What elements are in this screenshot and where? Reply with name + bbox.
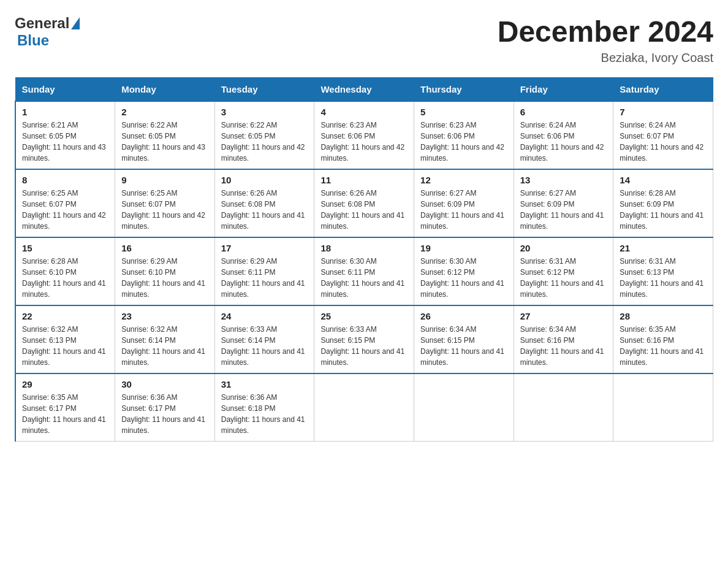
calendar-week-1: 1Sunrise: 6:21 AMSunset: 6:05 PMDaylight… bbox=[15, 101, 713, 169]
day-info: Sunrise: 6:26 AMSunset: 6:08 PMDaylight:… bbox=[320, 188, 408, 232]
day-info: Sunrise: 6:26 AMSunset: 6:08 PMDaylight:… bbox=[221, 188, 308, 232]
calendar-cell: 19Sunrise: 6:30 AMSunset: 6:12 PMDayligh… bbox=[414, 237, 514, 305]
calendar-cell bbox=[613, 373, 713, 442]
day-info: Sunrise: 6:32 AMSunset: 6:13 PMDaylight:… bbox=[22, 324, 108, 368]
logo-general-text: General bbox=[15, 15, 69, 32]
day-info: Sunrise: 6:24 AMSunset: 6:07 PMDaylight:… bbox=[620, 120, 707, 164]
day-number: 27 bbox=[520, 311, 607, 321]
calendar-cell: 25Sunrise: 6:33 AMSunset: 6:15 PMDayligh… bbox=[314, 305, 414, 373]
day-number: 25 bbox=[320, 311, 408, 321]
calendar-cell: 10Sunrise: 6:26 AMSunset: 6:08 PMDayligh… bbox=[214, 169, 314, 237]
calendar-cell: 20Sunrise: 6:31 AMSunset: 6:12 PMDayligh… bbox=[514, 237, 613, 305]
title-area: December 2024 Beziaka, Ivory Coast bbox=[498, 15, 713, 65]
calendar-cell bbox=[314, 373, 414, 442]
logo: General Blue bbox=[15, 15, 80, 49]
calendar-cell: 2Sunrise: 6:22 AMSunset: 6:05 PMDaylight… bbox=[115, 101, 215, 169]
day-info: Sunrise: 6:30 AMSunset: 6:11 PMDaylight:… bbox=[320, 256, 408, 300]
calendar-cell: 31Sunrise: 6:36 AMSunset: 6:18 PMDayligh… bbox=[214, 373, 314, 442]
calendar-cell: 4Sunrise: 6:23 AMSunset: 6:06 PMDaylight… bbox=[314, 101, 414, 169]
calendar-header-row: SundayMondayTuesdayWednesdayThursdayFrid… bbox=[15, 78, 713, 102]
calendar-cell: 8Sunrise: 6:25 AMSunset: 6:07 PMDaylight… bbox=[15, 169, 115, 237]
day-number: 13 bbox=[520, 175, 607, 185]
day-number: 16 bbox=[121, 243, 208, 253]
day-info: Sunrise: 6:32 AMSunset: 6:14 PMDaylight:… bbox=[121, 324, 208, 368]
day-info: Sunrise: 6:27 AMSunset: 6:09 PMDaylight:… bbox=[420, 188, 507, 232]
day-number: 26 bbox=[420, 311, 507, 321]
col-header-sunday: Sunday bbox=[15, 78, 115, 102]
calendar-cell: 26Sunrise: 6:34 AMSunset: 6:15 PMDayligh… bbox=[414, 305, 514, 373]
calendar-cell: 5Sunrise: 6:23 AMSunset: 6:06 PMDaylight… bbox=[414, 101, 514, 169]
day-info: Sunrise: 6:35 AMSunset: 6:16 PMDaylight:… bbox=[620, 324, 707, 368]
day-number: 9 bbox=[121, 175, 208, 185]
day-number: 31 bbox=[221, 379, 308, 389]
calendar-cell: 28Sunrise: 6:35 AMSunset: 6:16 PMDayligh… bbox=[613, 305, 713, 373]
col-header-monday: Monday bbox=[115, 78, 215, 102]
page-header: General Blue December 2024 Beziaka, Ivor… bbox=[15, 15, 713, 65]
day-number: 2 bbox=[121, 107, 208, 117]
calendar-cell: 27Sunrise: 6:34 AMSunset: 6:16 PMDayligh… bbox=[514, 305, 613, 373]
calendar-week-4: 22Sunrise: 6:32 AMSunset: 6:13 PMDayligh… bbox=[15, 305, 713, 373]
day-info: Sunrise: 6:25 AMSunset: 6:07 PMDaylight:… bbox=[22, 188, 108, 232]
day-info: Sunrise: 6:30 AMSunset: 6:12 PMDaylight:… bbox=[420, 256, 507, 300]
day-info: Sunrise: 6:34 AMSunset: 6:16 PMDaylight:… bbox=[520, 324, 607, 368]
calendar-cell: 16Sunrise: 6:29 AMSunset: 6:10 PMDayligh… bbox=[115, 237, 215, 305]
day-info: Sunrise: 6:34 AMSunset: 6:15 PMDaylight:… bbox=[420, 324, 507, 368]
day-info: Sunrise: 6:23 AMSunset: 6:06 PMDaylight:… bbox=[420, 120, 507, 164]
day-info: Sunrise: 6:28 AMSunset: 6:10 PMDaylight:… bbox=[22, 256, 108, 300]
calendar-table: SundayMondayTuesdayWednesdayThursdayFrid… bbox=[15, 77, 713, 442]
day-info: Sunrise: 6:33 AMSunset: 6:15 PMDaylight:… bbox=[320, 324, 408, 368]
day-number: 10 bbox=[221, 175, 308, 185]
calendar-cell: 11Sunrise: 6:26 AMSunset: 6:08 PMDayligh… bbox=[314, 169, 414, 237]
day-number: 23 bbox=[121, 311, 208, 321]
day-info: Sunrise: 6:36 AMSunset: 6:18 PMDaylight:… bbox=[221, 392, 308, 436]
day-number: 18 bbox=[320, 243, 408, 253]
day-info: Sunrise: 6:29 AMSunset: 6:10 PMDaylight:… bbox=[121, 256, 208, 300]
day-info: Sunrise: 6:29 AMSunset: 6:11 PMDaylight:… bbox=[221, 256, 308, 300]
calendar-cell: 17Sunrise: 6:29 AMSunset: 6:11 PMDayligh… bbox=[214, 237, 314, 305]
day-info: Sunrise: 6:31 AMSunset: 6:13 PMDaylight:… bbox=[620, 256, 707, 300]
day-number: 1 bbox=[22, 107, 108, 117]
day-number: 7 bbox=[620, 107, 707, 117]
col-header-saturday: Saturday bbox=[613, 78, 713, 102]
calendar-cell: 14Sunrise: 6:28 AMSunset: 6:09 PMDayligh… bbox=[613, 169, 713, 237]
col-header-thursday: Thursday bbox=[414, 78, 514, 102]
calendar-week-2: 8Sunrise: 6:25 AMSunset: 6:07 PMDaylight… bbox=[15, 169, 713, 237]
day-info: Sunrise: 6:36 AMSunset: 6:17 PMDaylight:… bbox=[121, 392, 208, 436]
calendar-cell bbox=[514, 373, 613, 442]
day-number: 14 bbox=[620, 175, 707, 185]
calendar-cell: 1Sunrise: 6:21 AMSunset: 6:05 PMDaylight… bbox=[15, 101, 115, 169]
day-number: 29 bbox=[22, 379, 108, 389]
day-info: Sunrise: 6:31 AMSunset: 6:12 PMDaylight:… bbox=[520, 256, 607, 300]
month-title: December 2024 bbox=[498, 15, 713, 48]
day-number: 4 bbox=[320, 107, 408, 117]
calendar-cell: 15Sunrise: 6:28 AMSunset: 6:10 PMDayligh… bbox=[15, 237, 115, 305]
location: Beziaka, Ivory Coast bbox=[498, 51, 713, 65]
logo-blue-text: Blue bbox=[17, 32, 49, 48]
day-info: Sunrise: 6:24 AMSunset: 6:06 PMDaylight:… bbox=[520, 120, 607, 164]
calendar-week-5: 29Sunrise: 6:35 AMSunset: 6:17 PMDayligh… bbox=[15, 373, 713, 442]
day-info: Sunrise: 6:25 AMSunset: 6:07 PMDaylight:… bbox=[121, 188, 208, 232]
col-header-friday: Friday bbox=[514, 78, 613, 102]
day-number: 28 bbox=[620, 311, 707, 321]
day-number: 8 bbox=[22, 175, 108, 185]
day-info: Sunrise: 6:35 AMSunset: 6:17 PMDaylight:… bbox=[22, 392, 108, 436]
day-number: 24 bbox=[221, 311, 308, 321]
calendar-cell: 12Sunrise: 6:27 AMSunset: 6:09 PMDayligh… bbox=[414, 169, 514, 237]
calendar-cell bbox=[414, 373, 514, 442]
day-info: Sunrise: 6:22 AMSunset: 6:05 PMDaylight:… bbox=[221, 120, 308, 164]
col-header-wednesday: Wednesday bbox=[314, 78, 414, 102]
calendar-cell: 7Sunrise: 6:24 AMSunset: 6:07 PMDaylight… bbox=[613, 101, 713, 169]
calendar-cell: 29Sunrise: 6:35 AMSunset: 6:17 PMDayligh… bbox=[15, 373, 115, 442]
day-info: Sunrise: 6:28 AMSunset: 6:09 PMDaylight:… bbox=[620, 188, 707, 232]
day-number: 11 bbox=[320, 175, 408, 185]
day-info: Sunrise: 6:22 AMSunset: 6:05 PMDaylight:… bbox=[121, 120, 208, 164]
calendar-cell: 21Sunrise: 6:31 AMSunset: 6:13 PMDayligh… bbox=[613, 237, 713, 305]
calendar-week-3: 15Sunrise: 6:28 AMSunset: 6:10 PMDayligh… bbox=[15, 237, 713, 305]
logo-triangle-icon bbox=[71, 17, 80, 29]
calendar-cell: 6Sunrise: 6:24 AMSunset: 6:06 PMDaylight… bbox=[514, 101, 613, 169]
day-number: 19 bbox=[420, 243, 507, 253]
col-header-tuesday: Tuesday bbox=[214, 78, 314, 102]
day-number: 22 bbox=[22, 311, 108, 321]
calendar-cell: 23Sunrise: 6:32 AMSunset: 6:14 PMDayligh… bbox=[115, 305, 215, 373]
day-number: 17 bbox=[221, 243, 308, 253]
